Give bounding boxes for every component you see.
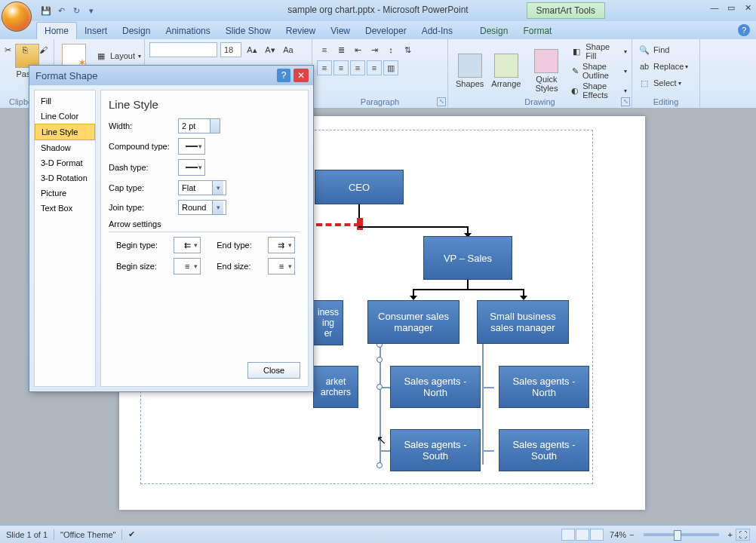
width-spinner[interactable]: 2 pt [178, 118, 220, 133]
slideshow-view-button[interactable] [590, 529, 604, 541]
org-node-ceo[interactable]: CEO [315, 170, 404, 204]
shape-fill-button[interactable]: ◧Shape Fill▾ [569, 42, 627, 60]
tab-addins[interactable]: Add-Ins [414, 23, 460, 39]
nav-text-box[interactable]: Text Box [35, 201, 95, 216]
find-button[interactable]: 🔍Find [637, 42, 695, 57]
connector-handle[interactable] [376, 357, 383, 363]
zoom-out-button[interactable]: − [629, 530, 634, 539]
zoom-slider[interactable] [644, 533, 719, 536]
fit-to-window-button[interactable]: ⛶ [736, 529, 750, 541]
dialog-titlebar[interactable]: Format Shape ? ✕ [29, 66, 313, 85]
sorter-view-button[interactable] [576, 529, 589, 541]
org-node-biz-partial[interactable]: iness ing er [313, 300, 343, 345]
tab-review[interactable]: Review [278, 23, 323, 39]
end-type-dropdown[interactable]: ⇉ [268, 237, 295, 253]
compound-dropdown[interactable] [178, 138, 205, 155]
nav-3d-rotation[interactable]: 3-D Rotation [35, 170, 95, 186]
tab-design[interactable]: Design [115, 23, 158, 39]
columns-icon[interactable]: ▥ [383, 60, 398, 75]
connector-handle[interactable] [357, 218, 363, 230]
org-node-agents-north-1[interactable]: Sales agents - North [390, 366, 481, 408]
group-label-drawing: Drawing [448, 97, 632, 106]
select-button[interactable]: ⬚Select▾ [637, 75, 695, 90]
theme-indicator: "Office Theme" [60, 530, 115, 539]
decrease-indent-icon[interactable]: ⇤ [350, 42, 365, 57]
replace-button[interactable]: abReplace▾ [637, 59, 695, 74]
zoom-value[interactable]: 74% [610, 530, 626, 539]
tab-developer[interactable]: Developer [358, 23, 414, 39]
minimize-button[interactable]: — [709, 3, 720, 14]
shapes-button[interactable]: Shapes [453, 52, 487, 90]
copy-icon[interactable]: ⎘ [18, 42, 33, 57]
nav-fill[interactable]: Fill [35, 94, 95, 109]
tab-slideshow[interactable]: Slide Show [218, 23, 278, 39]
nav-line-color[interactable]: Line Color [35, 109, 95, 124]
grow-font-icon[interactable]: A▴ [244, 42, 260, 57]
shrink-font-icon[interactable]: A▾ [263, 42, 278, 57]
quick-styles-button[interactable]: Quick Styles [525, 48, 567, 94]
org-node-consumer[interactable]: Consumer sales manager [367, 300, 459, 344]
redo-icon[interactable]: ↻ [69, 4, 83, 17]
drawing-dialog-launcher[interactable]: ⤡ [621, 97, 630, 106]
help-icon[interactable]: ? [738, 24, 750, 36]
tab-insert[interactable]: Insert [77, 23, 115, 39]
office-button[interactable] [2, 2, 32, 32]
tab-view[interactable]: View [323, 23, 358, 39]
org-node-agents-south-1[interactable]: Sales agents - South [390, 429, 481, 471]
undo-icon[interactable]: ↶ [54, 4, 68, 17]
format-painter-icon[interactable]: 🖌 [35, 42, 51, 57]
shape-outline-button[interactable]: ✎Shape Outline▾ [569, 62, 627, 80]
cut-icon[interactable]: ✂ [1, 43, 16, 58]
font-size-combo[interactable]: 18 [220, 42, 241, 57]
text-direction-icon[interactable]: ⇅ [400, 42, 415, 57]
line-spacing-icon[interactable]: ↕ [383, 42, 398, 57]
arrange-button[interactable]: Arrange [488, 52, 524, 90]
begin-type-dropdown[interactable]: ⇇ [174, 237, 201, 253]
nav-shadow[interactable]: Shadow [35, 140, 95, 155]
qat-dropdown-icon[interactable]: ▾ [85, 4, 98, 17]
nav-line-style[interactable]: Line Style [35, 124, 95, 140]
selected-connector[interactable] [316, 223, 360, 226]
begin-size-dropdown[interactable]: ≡ [174, 258, 201, 275]
spellcheck-icon[interactable]: ✔ [128, 529, 135, 539]
nav-picture[interactable]: Picture [35, 186, 95, 201]
font-family-combo[interactable] [149, 42, 217, 57]
org-node-market-partial[interactable]: arket archers [313, 366, 358, 408]
org-node-agents-north-2[interactable]: Sales agents - North [499, 366, 589, 408]
increase-indent-icon[interactable]: ⇥ [367, 42, 382, 57]
bullets-icon[interactable]: ≡ [317, 42, 332, 57]
tab-smartart-format[interactable]: Format [515, 23, 559, 39]
restore-button[interactable]: ▭ [726, 3, 736, 14]
normal-view-button[interactable] [561, 529, 575, 541]
align-right-icon[interactable]: ≡ [350, 60, 365, 75]
align-center-icon[interactable]: ≡ [333, 60, 349, 75]
end-size-dropdown[interactable]: ≡ [268, 258, 295, 275]
zoom-in-button[interactable]: + [728, 530, 733, 539]
title-bar: 💾 ↶ ↻ ▾ sample org chart.pptx - Microsof… [0, 0, 756, 21]
nav-3d-format[interactable]: 3-D Format [35, 155, 95, 170]
panel-heading: Line Style [109, 98, 300, 111]
cap-label: Cap type: [109, 183, 178, 192]
connector-handle[interactable] [376, 462, 383, 468]
save-icon[interactable]: 💾 [39, 4, 53, 17]
align-left-icon[interactable]: ≡ [317, 60, 332, 75]
tab-animations[interactable]: Animations [158, 23, 217, 39]
clear-format-icon[interactable]: Aa [281, 42, 296, 57]
close-window-button[interactable]: ✕ [742, 3, 753, 14]
tab-home[interactable]: Home [36, 22, 77, 39]
dialog-help-button[interactable]: ? [277, 69, 290, 82]
dash-dropdown[interactable] [178, 159, 205, 176]
join-dropdown[interactable]: Round [178, 200, 226, 215]
dialog-close-footer-button[interactable]: Close [247, 362, 300, 379]
org-node-vp-sales[interactable]: VP – Sales [423, 236, 512, 280]
org-node-smallbiz[interactable]: Small business sales manager [477, 300, 569, 344]
org-node-agents-south-2[interactable]: Sales agents - South [499, 429, 589, 471]
paragraph-dialog-launcher[interactable]: ⤡ [437, 97, 446, 106]
cap-dropdown[interactable]: Flat [178, 180, 226, 195]
numbering-icon[interactable]: ≣ [333, 42, 349, 57]
connector-handle[interactable] [376, 384, 383, 390]
justify-icon[interactable]: ≡ [367, 60, 382, 75]
layout-button[interactable]: ▦Layout▾ [94, 48, 141, 63]
dialog-close-button[interactable]: ✕ [293, 69, 309, 82]
tab-smartart-design[interactable]: Design [472, 23, 515, 39]
